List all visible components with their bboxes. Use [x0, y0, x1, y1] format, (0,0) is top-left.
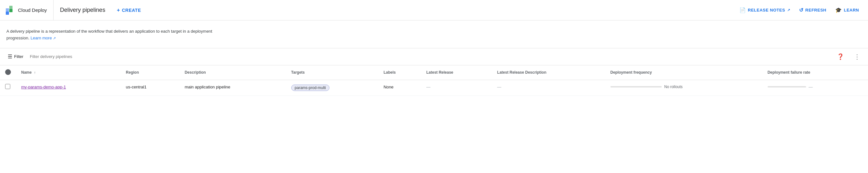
target-chip: params-prod-multi: [291, 84, 330, 91]
external-link-icon: ↗: [787, 8, 790, 12]
columns-icon: ⋮: [854, 53, 860, 61]
row-labels-cell: None: [378, 80, 421, 96]
create-plus-icon: +: [117, 7, 120, 13]
help-button[interactable]: ❓: [835, 51, 846, 63]
filter-bar: ☰ Filter ❓ ⋮: [0, 48, 868, 65]
col-header-labels[interactable]: Labels: [378, 65, 421, 80]
app-name: Cloud Deploy: [18, 7, 47, 13]
external-link-icon-small: ↗: [53, 36, 56, 40]
col-header-checkbox: [0, 65, 16, 80]
col-header-latest-release-description[interactable]: Latest Release Description: [492, 65, 605, 80]
table-row: my-params-demo-app-1 us-central1 main ap…: [0, 80, 868, 96]
description-section: A delivery pipeline is a representation …: [0, 21, 224, 48]
column-visibility-button[interactable]: ⋮: [851, 51, 863, 63]
sort-icon: ↑: [34, 70, 36, 74]
row-latest-release-cell: —: [421, 80, 492, 96]
page-title: Delivery pipelines: [60, 7, 105, 13]
row-latest-release-description-cell: —: [492, 80, 605, 96]
header-actions: 📄 RELEASE NOTES ↗ ↺ REFRESH 🎓 LEARN: [736, 4, 863, 16]
failure-bar: [768, 86, 806, 88]
cloud-deploy-logo-icon: [5, 5, 16, 15]
filter-input[interactable]: [30, 54, 831, 59]
col-header-latest-release[interactable]: Latest Release: [421, 65, 492, 80]
row-name-cell: my-params-demo-app-1: [16, 80, 121, 96]
svg-rect-2: [9, 6, 12, 9]
filter-bar-actions: ❓ ⋮: [835, 51, 863, 63]
svg-rect-0: [6, 8, 9, 11]
refresh-icon: ↺: [799, 7, 804, 13]
row-region-cell: us-central1: [121, 80, 179, 96]
col-header-description[interactable]: Description: [180, 65, 286, 80]
release-notes-icon: 📄: [739, 7, 746, 13]
svg-rect-1: [6, 11, 9, 15]
header: Cloud Deploy Delivery pipelines + CREATE…: [0, 0, 868, 21]
col-header-targets[interactable]: Targets: [286, 65, 378, 80]
learn-more-link[interactable]: Learn more ↗: [30, 36, 56, 40]
create-label: CREATE: [122, 8, 141, 13]
row-checkbox[interactable]: [5, 84, 10, 89]
table-header-row: Name ↑ Region Description Targets Labels…: [0, 65, 868, 80]
row-targets-cell: params-prod-multi: [286, 80, 378, 96]
pipeline-link[interactable]: my-params-demo-app-1: [21, 84, 66, 90]
filter-icon: ☰: [8, 54, 12, 60]
row-deployment-frequency-cell: No rollouts: [605, 80, 763, 96]
header-checkbox[interactable]: [5, 69, 11, 75]
row-checkbox-cell: [0, 80, 16, 96]
no-rollouts-label: No rollouts: [664, 84, 683, 89]
help-icon: ❓: [837, 53, 844, 60]
col-header-deployment-failure-rate[interactable]: Deployment failure rate: [763, 65, 868, 80]
col-header-deployment-frequency[interactable]: Deployment frequency: [605, 65, 763, 80]
col-header-name[interactable]: Name ↑: [16, 65, 121, 80]
app-logo: Cloud Deploy: [5, 0, 54, 20]
pipelines-table: Name ↑ Region Description Targets Labels…: [0, 65, 868, 96]
row-description-cell: main application pipeline: [180, 80, 286, 96]
frequency-bar: [611, 86, 662, 88]
refresh-button[interactable]: ↺ REFRESH: [795, 4, 830, 16]
svg-rect-3: [9, 9, 12, 12]
release-notes-button[interactable]: 📄 RELEASE NOTES ↗: [736, 4, 794, 16]
row-deployment-failure-rate-cell: —: [763, 80, 868, 96]
learn-button[interactable]: 🎓 LEARN: [831, 4, 863, 16]
learn-icon: 🎓: [835, 7, 842, 13]
filter-button[interactable]: ☰ Filter: [5, 52, 26, 61]
col-header-region[interactable]: Region: [121, 65, 179, 80]
table-container: Name ↑ Region Description Targets Labels…: [0, 65, 868, 96]
create-button[interactable]: + CREATE: [113, 5, 145, 16]
